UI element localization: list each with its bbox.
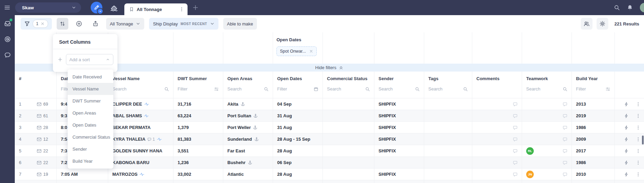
row-menu-icon[interactable] [636,160,641,165]
column-filter-input[interactable]: Search [379,86,420,92]
sort-option-dwt-summer[interactable]: DWT Summer [68,95,113,107]
quick-action-icon[interactable] [624,114,629,118]
column-header-dwt-summer[interactable]: DWT SummerFilter [173,72,223,98]
quick-action-icon[interactable] [624,172,629,177]
teamwork-avatar-badge[interactable]: RL [526,147,534,155]
row-menu-icon[interactable] [636,137,641,142]
row-menu-icon[interactable] [636,114,641,118]
add-teamwork-comment-icon[interactable] [563,172,567,177]
activity-pulse-icon[interactable] [144,114,149,118]
add-teamwork-comment-icon[interactable] [563,102,567,107]
open-dates-filter-chip[interactable]: Spot Onwar... [276,46,317,56]
add-comment-icon[interactable] [513,149,518,153]
search-icon[interactable] [365,87,370,92]
filters-button[interactable]: 1 [21,18,52,30]
column-header-blank[interactable]: # [15,72,57,98]
add-comment-icon[interactable] [513,125,518,130]
quick-action-icon[interactable] [624,102,629,107]
sort-option-sender[interactable]: Sender [68,143,113,155]
column-header-build-year[interactable]: Build YearFilter [572,72,615,98]
sort-option-date-received[interactable]: Date Received [68,71,113,83]
column-header-open-areas[interactable]: Open AreasSearch [223,72,273,98]
add-sort-plus-icon[interactable] [58,57,63,62]
settings-button[interactable] [597,18,608,30]
column-header-teamwork[interactable]: TeamworkSearch [522,72,572,98]
row-menu-icon[interactable] [636,125,641,130]
sort-option-vessel-name[interactable]: Vessel Name [68,83,113,95]
add-button[interactable] [73,18,85,30]
add-comment-icon[interactable] [513,160,518,165]
ship-display-dropdown[interactable]: Ship Display MOST RECENT [149,18,218,30]
add-comment-icon[interactable] [513,137,518,142]
add-teamwork-comment-icon[interactable] [563,114,567,118]
bell-icon[interactable] [627,4,633,11]
sort-option-open-areas[interactable]: Open Areas [68,107,113,119]
chat-icon[interactable] [4,52,11,58]
sliders-icon[interactable] [214,87,219,92]
able-to-make-button[interactable]: Able to make [223,18,257,30]
sort-option-open-dates[interactable]: Open Dates [68,119,113,131]
column-header-blank[interactable] [615,72,644,98]
view-dropdown[interactable]: All Tonnage [106,18,145,30]
teamwork-avatar-badge[interactable]: JN [526,171,534,178]
compose-dropdown-badge[interactable] [97,8,103,14]
column-filter-input[interactable]: Filter [178,86,219,92]
add-teamwork-comment-icon[interactable] [563,137,567,142]
row-menu-icon[interactable] [636,149,641,153]
quick-action-icon[interactable] [624,137,629,142]
sort-option-commercial-status[interactable]: Commercial Status [68,131,113,143]
column-filter-input[interactable]: Search [327,86,370,92]
table-row[interactable]: 8436:34 AMPRINCE HARI33,413Atlantic28 Au… [15,180,644,183]
add-comment-icon[interactable] [513,102,518,107]
add-comment-icon[interactable] [513,172,518,177]
team-button[interactable] [581,18,592,30]
tab-menu-icon[interactable] [179,7,184,12]
vertical-scrollbar[interactable] [642,136,644,144]
column-header-sender[interactable]: SenderSearch [374,72,424,98]
compose-button[interactable] [91,2,102,13]
column-filter-input[interactable]: Search [227,86,269,92]
search-icon[interactable] [563,87,567,92]
column-header-vessel-name[interactable]: Vessel NameSearch [108,72,173,98]
hamburger-menu-icon[interactable] [4,4,10,11]
table-row[interactable]: 7197:05 AMMATROZOS33,002Atlantic28 AugSH… [15,169,644,180]
filter-count-pill[interactable]: 1 [33,20,48,28]
column-filter-input[interactable]: Search [428,86,468,92]
vessel-comment-count[interactable]: 1 [147,137,155,142]
row-menu-icon[interactable] [636,172,641,177]
new-tab-icon[interactable] [192,4,199,11]
add-sort-select[interactable]: Add a sort [66,54,113,65]
quick-action-icon[interactable] [624,125,629,130]
activity-pulse-icon[interactable] [157,137,162,142]
search-icon[interactable] [415,87,420,92]
column-header-tags[interactable]: TagsSearch [424,72,472,98]
quick-action-icon[interactable] [624,149,629,153]
avatar[interactable] [640,3,644,12]
add-teamwork-comment-icon[interactable] [563,160,567,165]
column-header-open-dates[interactable]: Open DatesFilter [273,72,323,98]
search-icon[interactable] [463,87,468,92]
quick-action-icon[interactable] [624,160,629,165]
inbox-icon[interactable] [4,20,11,27]
remove-filter-icon[interactable] [309,49,313,53]
share-button[interactable] [90,18,101,30]
search-icon[interactable] [264,87,269,92]
workspace-selector[interactable]: Skaw [15,2,81,13]
search-icon[interactable] [164,87,169,92]
add-teamwork-comment-icon[interactable] [563,149,567,153]
column-filter-input[interactable]: Filter [576,86,610,92]
add-comment-icon[interactable] [513,114,518,118]
clear-filter-icon[interactable] [41,22,45,26]
row-menu-icon[interactable] [636,102,641,107]
sort-button[interactable] [57,18,68,30]
activity-pulse-icon[interactable] [144,102,149,107]
column-filter-input[interactable]: Search [112,86,169,92]
ship-icon[interactable] [110,3,118,12]
calendar-icon[interactable] [314,87,318,92]
sliders-icon[interactable] [606,87,610,92]
column-filter-input[interactable]: Search [526,86,567,92]
tab-all-tonnage[interactable]: All Tonnage [124,3,188,15]
search-icon[interactable] [614,4,620,11]
market-icon[interactable] [4,36,11,43]
column-header-comments[interactable]: Comments [472,72,522,98]
